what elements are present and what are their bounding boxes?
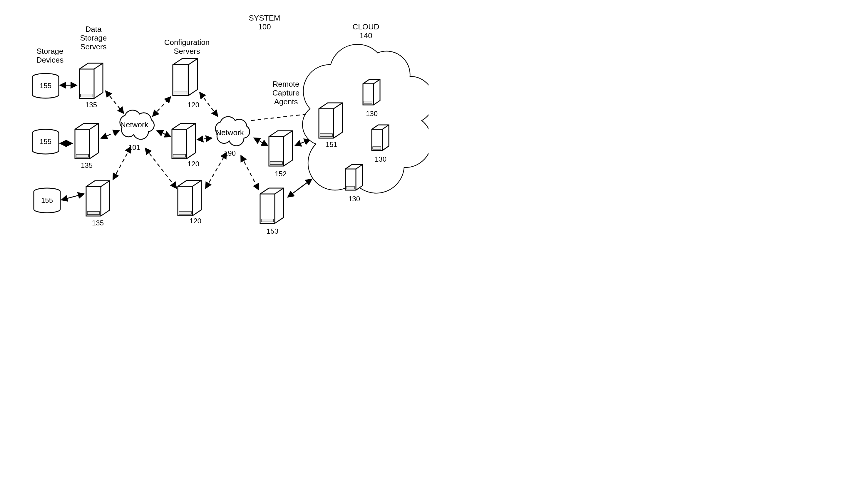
storage-devices-label: Storage (36, 47, 63, 55)
server-icon (173, 58, 198, 96)
diagram-canvas: 155 155 155 135 135 135 Network 101 120 … (0, 0, 428, 252)
config-label: Servers (174, 47, 200, 55)
server-icon (178, 181, 201, 216)
network-label: Network (216, 128, 244, 137)
server-icon (75, 123, 99, 159)
server-icon (269, 131, 292, 166)
agent-ref: 153 (267, 227, 278, 235)
cloud-right-ref: 130 (375, 155, 386, 163)
storage-ref: 155 (40, 137, 51, 146)
data-storage-label: Storage (80, 34, 107, 42)
storage-ref: 155 (41, 196, 53, 204)
svg-line-14 (157, 131, 170, 137)
svg-line-20 (254, 138, 267, 146)
cloud-left-ref: 151 (326, 140, 337, 148)
data-storage-ref: 135 (92, 219, 104, 227)
agent-icon (363, 79, 380, 105)
svg-line-23 (288, 179, 312, 197)
svg-line-11 (101, 131, 119, 138)
server-icon (319, 103, 342, 138)
cloud-title-line2: 140 (359, 31, 372, 40)
title-line1: SYSTEM (249, 14, 280, 22)
svg-line-12 (113, 147, 131, 179)
network-right: Network 190 (215, 117, 250, 157)
svg-line-22 (296, 139, 310, 146)
storage-devices-label: Devices (36, 55, 64, 64)
svg-line-16 (200, 93, 218, 116)
svg-line-17 (198, 138, 212, 139)
agent-icon (372, 125, 389, 150)
server-icon (79, 63, 103, 98)
cloud-title-line1: CLOUD (352, 22, 379, 31)
remote-agents-label: Agents (274, 97, 298, 106)
data-storage-label: Data (85, 25, 102, 34)
data-storage-ref: 135 (81, 161, 93, 169)
agent-ref: 152 (275, 170, 287, 178)
server-icon (86, 181, 110, 216)
title-line2: 100 (258, 22, 271, 31)
config-ref: 120 (189, 217, 201, 225)
svg-line-10 (106, 91, 123, 113)
cloud-right-ref: 130 (366, 110, 377, 118)
config-servers-group: 120 120 120 (172, 58, 201, 225)
svg-line-13 (153, 97, 170, 116)
data-storage-servers-group: 135 135 135 (75, 63, 110, 227)
svg-line-18 (206, 153, 226, 188)
agents-mid-group: 152 153 (260, 131, 292, 235)
data-storage-label: Servers (80, 42, 107, 51)
remote-agents-label: Remote (272, 80, 299, 88)
network-left: Network 101 (120, 110, 154, 151)
cloud-right-ref: 130 (348, 195, 360, 203)
network-label: Network (120, 120, 148, 129)
server-icon (172, 123, 196, 159)
storage-ref: 155 (40, 82, 51, 90)
svg-line-21 (241, 156, 258, 189)
storage-devices-group: 155 155 155 (32, 73, 60, 213)
config-ref: 120 (187, 160, 199, 168)
cloud-boundary: 151 130 130 130 (302, 44, 428, 203)
config-label: Configuration (164, 38, 210, 47)
config-ref: 120 (187, 101, 199, 109)
server-icon (260, 188, 284, 223)
agent-icon (345, 165, 363, 190)
remote-agents-label: Capture (272, 88, 300, 97)
svg-line-9 (62, 194, 84, 200)
network-ref: 190 (224, 149, 236, 157)
network-ref: 101 (129, 144, 140, 151)
data-storage-ref: 135 (85, 101, 97, 109)
